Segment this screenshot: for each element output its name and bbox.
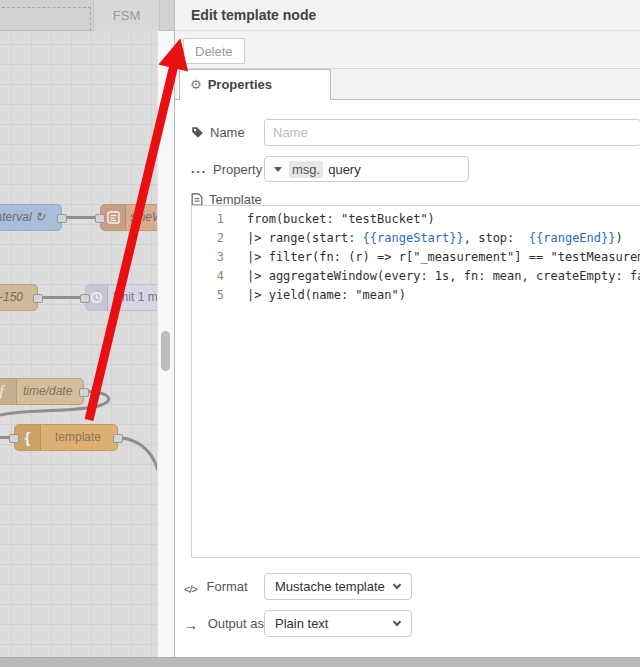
flow-tab-bar: FSM xyxy=(0,0,174,31)
code-line: 1from(bucket: "testBucket") xyxy=(192,210,640,229)
workspace-scrollbar-thumb[interactable] xyxy=(161,331,170,371)
node-interval[interactable]: interval ↻ xyxy=(0,204,62,231)
name-input[interactable] xyxy=(264,119,640,146)
arrow-right-icon: → xyxy=(184,617,198,633)
msg-prefix-chip[interactable]: msg. xyxy=(289,161,323,178)
ellipsis-icon: ··· xyxy=(191,164,207,179)
node-interval-label: interval ↻ xyxy=(0,205,61,230)
bottom-bar xyxy=(0,657,640,667)
flow-canvas[interactable]: interval ↻ sineW s-150 limit 1 ms f time… xyxy=(0,31,157,657)
gear-icon: ⚙ xyxy=(190,77,202,92)
dialog-toolbar: Delete xyxy=(175,31,640,69)
code-line: 4|> aggregateWindow(every: 1s, fn: mean,… xyxy=(192,267,640,286)
chevron-down-icon xyxy=(393,618,401,626)
code-line: 2|> range(start: {{rangeStart}}, stop: {… xyxy=(192,229,640,248)
workspace-scrollbar[interactable] xyxy=(157,31,174,657)
code-line: 5|> yield(name: "mean") xyxy=(192,286,640,305)
node-limit[interactable]: limit 1 ms xyxy=(85,284,157,311)
chevron-down-icon xyxy=(393,581,401,589)
node-template[interactable]: { template xyxy=(14,424,118,451)
template-code-editor[interactable]: 1from(bucket: "testBucket")2|> range(sta… xyxy=(191,205,640,558)
flow-tab-fsm[interactable]: FSM xyxy=(93,0,160,31)
dialog-tab-bar: ⚙Properties xyxy=(175,69,640,100)
flow-workspace: FSM interval ↻ sineW s-150 xyxy=(0,0,174,657)
node-template-output-port[interactable] xyxy=(113,434,123,443)
tab-properties-label: Properties xyxy=(208,77,272,92)
node-template-input-port[interactable] xyxy=(9,434,19,443)
property-label: ···Property xyxy=(191,156,262,185)
output-as-label: → Output as xyxy=(184,610,264,639)
tab-properties[interactable]: ⚙Properties xyxy=(179,69,331,100)
format-select-value: Mustache template xyxy=(275,579,385,594)
node-sine-input-port[interactable] xyxy=(95,214,105,223)
type-select-caret-icon[interactable] xyxy=(274,167,282,172)
node-interval-output-port[interactable] xyxy=(57,214,67,223)
format-label: </> Format xyxy=(184,573,248,603)
edit-template-dialog: Edit template node Delete ⚙Properties Na… xyxy=(174,0,640,657)
property-value-input[interactable] xyxy=(323,162,468,177)
node-s150[interactable]: s-150 xyxy=(0,284,38,311)
delete-button[interactable]: Delete xyxy=(183,38,245,64)
node-s150-output-port[interactable] xyxy=(33,294,43,303)
node-sine-wave[interactable]: sineW xyxy=(100,204,157,231)
node-limit-input-port[interactable] xyxy=(80,294,90,303)
function-icon: f xyxy=(0,379,17,404)
code-brackets-icon: </> xyxy=(184,583,197,595)
node-time-date[interactable]: f time/date xyxy=(0,378,84,405)
node-s150-label: s-150 xyxy=(0,285,37,310)
format-select[interactable]: Mustache template xyxy=(264,573,412,600)
flow-wires xyxy=(0,31,157,657)
name-label: Name xyxy=(191,119,245,146)
flow-tab-placeholder xyxy=(2,7,91,31)
output-select-value: Plain text xyxy=(275,616,328,631)
property-typed-input[interactable]: msg. xyxy=(264,156,469,182)
dialog-title: Edit template node xyxy=(175,0,640,31)
output-as-select[interactable]: Plain text xyxy=(264,610,412,637)
code-line: 3|> filter(fn: (r) => r["_measurement"] … xyxy=(192,248,640,267)
code-lines: 1from(bucket: "testBucket")2|> range(sta… xyxy=(192,210,640,305)
node-time-date-output-port[interactable] xyxy=(79,388,89,397)
tag-icon xyxy=(191,126,204,139)
